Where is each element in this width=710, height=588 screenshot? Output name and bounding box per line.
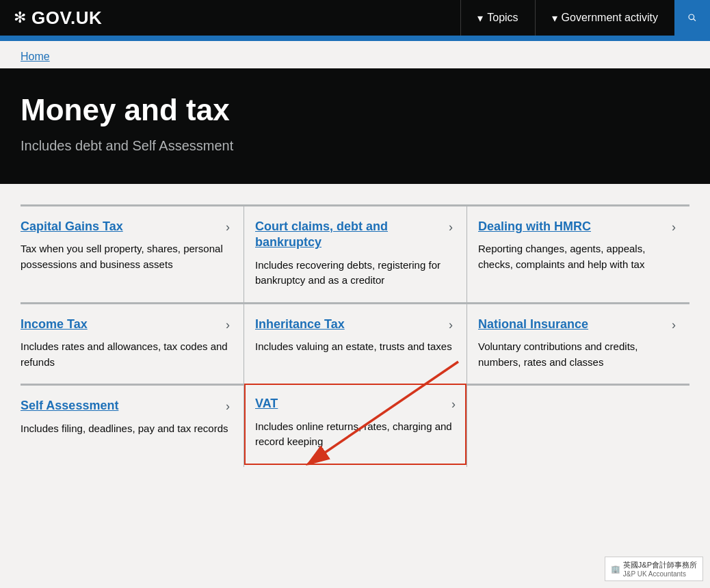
inheritance-tax-title: Inheritance Tax xyxy=(255,317,345,332)
income-tax-title: Income Tax xyxy=(21,317,88,332)
court-claims-desc: Includes recovering debts, registering f… xyxy=(255,258,453,289)
chevron-down-icon: ▾ xyxy=(477,12,483,25)
chevron-right-icon: › xyxy=(226,220,230,235)
chevron-right-icon-2: › xyxy=(449,220,453,235)
national-insurance-link[interactable]: National Insurance › xyxy=(478,317,676,332)
crown-icon: ✻ xyxy=(14,9,26,27)
chevron-right-icon-3: › xyxy=(672,220,676,235)
hero-subtitle: Includes debt and Self Assessment xyxy=(21,138,689,154)
dealing-hmrc-title: Dealing with HMRC xyxy=(478,219,591,235)
topic-row-1: Capital Gains Tax › Tax when you sell pr… xyxy=(21,204,689,302)
self-assessment-desc: Includes filing, deadlines, pay and tax … xyxy=(21,421,230,437)
court-claims-link[interactable]: Court claims, debt and bankruptcy › xyxy=(255,219,453,251)
topic-cell-empty xyxy=(466,386,689,466)
dealing-hmrc-desc: Reporting changes, agents, appeals, chec… xyxy=(478,241,676,272)
chevron-right-icon-4: › xyxy=(226,318,230,332)
breadcrumb-home[interactable]: Home xyxy=(21,51,50,62)
chevron-down-icon-2: ▾ xyxy=(552,12,557,25)
topics-label: Topics xyxy=(487,12,518,24)
hero-section: Money and tax Includes debt and Self Ass… xyxy=(0,68,710,184)
search-icon xyxy=(687,11,698,25)
topics-wrapper: Capital Gains Tax › Tax when you sell pr… xyxy=(21,204,689,467)
capital-gains-tax-title: Capital Gains Tax xyxy=(21,219,123,235)
topic-cell-income-tax: Income Tax › Includes rates and allowanc… xyxy=(21,304,244,384)
national-insurance-title: National Insurance xyxy=(478,317,588,332)
capital-gains-tax-desc: Tax when you sell property, shares, pers… xyxy=(21,241,230,272)
topic-cell-dealing-hmrc: Dealing with HMRC › Reporting changes, a… xyxy=(466,206,689,302)
logo-area: ✻ GOV.UK xyxy=(0,0,116,36)
self-assessment-title: Self Assessment xyxy=(21,398,118,414)
vat-title: VAT xyxy=(255,396,278,412)
header-nav: ▾ Topics ▾ Government activity xyxy=(460,0,710,36)
national-insurance-desc: Voluntary contributions and credits, num… xyxy=(478,339,676,370)
chevron-right-icon-5: › xyxy=(449,318,453,332)
topic-cell-vat-wrapper: VAT › Includes online returns, rates, ch… xyxy=(244,386,466,466)
income-tax-link[interactable]: Income Tax › xyxy=(21,317,230,332)
search-button[interactable] xyxy=(674,0,710,36)
dealing-hmrc-link[interactable]: Dealing with HMRC › xyxy=(478,219,676,235)
topics-nav-item[interactable]: ▾ Topics xyxy=(460,0,534,36)
court-claims-title: Court claims, debt and bankruptcy xyxy=(255,219,443,251)
topic-row-3: Self Assessment › Includes filing, deadl… xyxy=(21,384,689,466)
vat-desc: Includes online returns, rates, charging… xyxy=(255,419,456,450)
gov-activity-label: Government activity xyxy=(562,12,658,24)
topic-row-2: Income Tax › Includes rates and allowanc… xyxy=(21,302,689,384)
chevron-right-icon-7: › xyxy=(226,399,230,414)
capital-gains-tax-link[interactable]: Capital Gains Tax › xyxy=(21,219,230,235)
accent-bar xyxy=(0,36,710,41)
topic-cell-capital-gains: Capital Gains Tax › Tax when you sell pr… xyxy=(21,206,244,302)
page-title: Money and tax xyxy=(21,93,689,127)
inheritance-tax-link[interactable]: Inheritance Tax › xyxy=(255,317,453,332)
topic-cell-national-insurance: National Insurance › Voluntary contribut… xyxy=(466,304,689,384)
chevron-right-icon-8: › xyxy=(451,397,456,412)
main-content: Capital Gains Tax › Tax when you sell pr… xyxy=(0,184,710,494)
gov-activity-nav-item[interactable]: ▾ Government activity xyxy=(535,0,674,36)
inheritance-tax-desc: Includes valuing an estate, trusts and t… xyxy=(255,339,453,355)
self-assessment-link[interactable]: Self Assessment › xyxy=(21,398,230,414)
vat-link[interactable]: VAT › xyxy=(255,396,456,412)
topic-cell-court-claims: Court claims, debt and bankruptcy › Incl… xyxy=(244,206,466,302)
chevron-right-icon-6: › xyxy=(672,318,676,332)
topic-cell-inheritance-tax: Inheritance Tax › Includes valuing an es… xyxy=(244,304,466,384)
gov-uk-logo[interactable]: GOV.UK xyxy=(31,8,102,29)
breadcrumb: Home xyxy=(0,41,710,68)
site-header: ✻ GOV.UK ▾ Topics ▾ Government activity xyxy=(0,0,710,36)
topic-cell-self-assessment: Self Assessment › Includes filing, deadl… xyxy=(21,386,244,466)
income-tax-desc: Includes rates and allowances, tax codes… xyxy=(21,339,230,370)
vat-highlight-box: VAT › Includes online returns, rates, ch… xyxy=(244,384,466,464)
